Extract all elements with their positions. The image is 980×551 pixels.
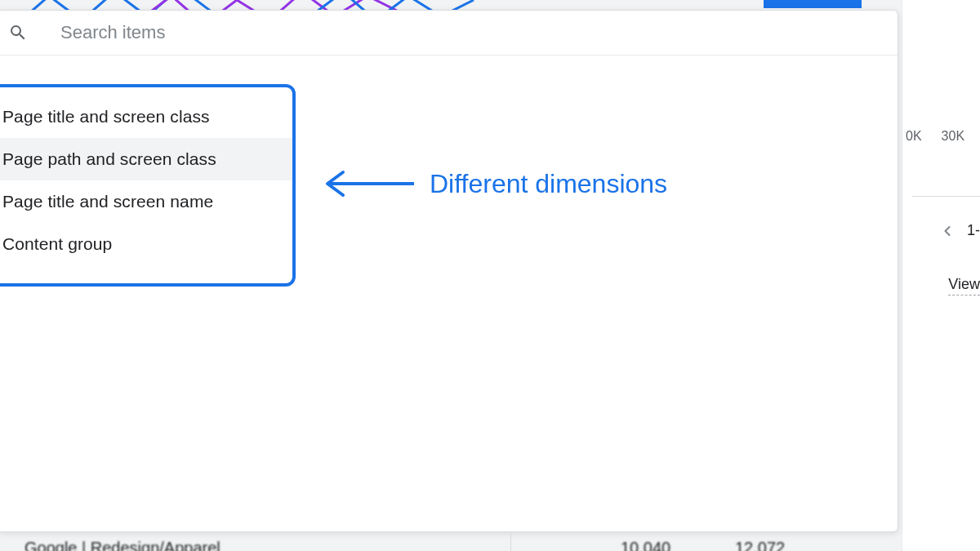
table-cell-value: 10,040 xyxy=(621,539,670,551)
annotation-text: Different dimensions xyxy=(430,169,667,199)
chart-axis-ticks: 0K 30K xyxy=(902,129,980,144)
axis-tick: 30K xyxy=(942,129,964,144)
column-header-views: View xyxy=(948,276,980,295)
axis-tick: 0K xyxy=(906,129,922,144)
divider xyxy=(912,196,980,197)
search-input[interactable] xyxy=(60,22,893,43)
dimension-dropdown-panel: Page title and screen class Page path an… xyxy=(0,10,898,532)
annotation-callout: Different dimensions xyxy=(323,167,667,200)
background-blue-button xyxy=(764,0,862,8)
table-cell-value: 12,072 xyxy=(735,539,785,551)
pagination-range: 1- xyxy=(967,222,980,239)
search-row xyxy=(0,11,898,56)
table-row: Google | Redesign/Apparel 10,040 12,072 xyxy=(0,539,980,551)
dimension-options-highlight: Page title and screen class Page path an… xyxy=(0,84,296,287)
dimension-option-page-title-screen-class[interactable]: Page title and screen class xyxy=(0,96,292,138)
table-cell-page: Google | Redesign/Apparel xyxy=(24,539,220,551)
dimension-option-content-group[interactable]: Content group xyxy=(0,223,292,265)
arrow-left-icon xyxy=(323,167,416,200)
dimension-option-page-title-screen-name[interactable]: Page title and screen name xyxy=(0,180,292,223)
dimension-option-page-path-screen-class[interactable]: Page path and screen class xyxy=(0,138,292,180)
chevron-left-icon[interactable] xyxy=(939,223,956,239)
search-icon xyxy=(8,23,28,42)
pagination: 1- xyxy=(939,222,980,239)
column-divider xyxy=(510,533,511,551)
right-panel: 0K 30K 1- View xyxy=(902,0,980,551)
